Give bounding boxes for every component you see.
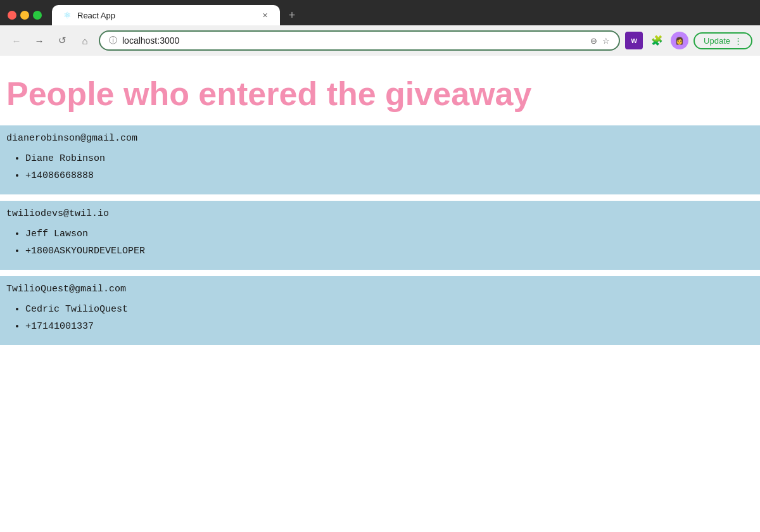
entry-details: Cedric TwilioQuest +17141001337: [6, 301, 754, 335]
entry-name: Jeff Lawson: [25, 225, 754, 243]
address-bar[interactable]: ⓘ localhost:3000 ⊖ ☆: [99, 30, 620, 51]
title-bar: ⚛ React App ✕ +: [0, 0, 760, 25]
reload-button[interactable]: ↺: [53, 32, 71, 49]
tab-bar: ⚛ React App ✕ +: [52, 5, 752, 25]
entry-block: twiliodevs@twil.io Jeff Lawson +1800ASKY…: [0, 201, 760, 270]
entry-block: dianerobinson@gmail.com Diane Robinson +…: [0, 125, 760, 194]
entry-details: Jeff Lawson +1800ASKYOURDEVELOPER: [6, 225, 754, 260]
maximize-window-button[interactable]: [33, 11, 42, 20]
tab-favicon-icon: ⚛: [62, 10, 72, 20]
page-heading: People who entered the giveaway: [0, 68, 760, 125]
extensions-button[interactable]: 🧩: [648, 32, 666, 49]
entry-name: Cedric TwilioQuest: [25, 301, 754, 318]
entry-block: TwilioQuest@gmail.com Cedric TwilioQuest…: [0, 276, 760, 345]
home-button[interactable]: ⌂: [76, 32, 94, 49]
tab-close-button[interactable]: ✕: [260, 10, 270, 20]
toolbar: ← → ↺ ⌂ ⓘ localhost:3000 ⊖ ☆ w 🧩 👩 Updat…: [0, 25, 760, 56]
entry-phone: +1800ASKYOURDEVELOPER: [25, 243, 754, 260]
entry-email: dianerobinson@gmail.com: [6, 133, 754, 144]
address-text: localhost:3000: [122, 35, 585, 46]
profile-avatar[interactable]: 👩: [671, 32, 688, 49]
update-label: Update: [704, 36, 730, 46]
traffic-lights: [8, 11, 42, 20]
entry-phone: +14086668888: [25, 167, 754, 184]
more-icon: ⋮: [734, 36, 742, 46]
entry-email: twiliodevs@twil.io: [6, 208, 754, 219]
tab-title: React App: [77, 11, 255, 20]
zoom-icon: ⊖: [590, 36, 597, 46]
bookmark-icon[interactable]: ☆: [602, 36, 610, 46]
page-content: People who entered the giveaway dianerob…: [0, 56, 760, 532]
back-button[interactable]: ←: [8, 32, 25, 49]
info-icon: ⓘ: [109, 35, 117, 46]
new-tab-button[interactable]: +: [282, 6, 301, 25]
update-button[interactable]: Update ⋮: [694, 32, 752, 49]
close-window-button[interactable]: [8, 11, 16, 20]
entry-name: Diane Robinson: [25, 150, 754, 167]
forward-button[interactable]: →: [30, 32, 48, 49]
active-tab[interactable]: ⚛ React App ✕: [52, 5, 280, 25]
toolbar-right: w 🧩 👩 Update ⋮: [625, 32, 752, 49]
entry-email: TwilioQuest@gmail.com: [6, 284, 754, 294]
minimize-window-button[interactable]: [20, 11, 29, 20]
entry-details: Diane Robinson +14086668888: [6, 150, 754, 184]
entries-list: dianerobinson@gmail.com Diane Robinson +…: [0, 125, 760, 345]
webflow-extension-icon[interactable]: w: [625, 32, 643, 49]
browser-chrome: ⚛ React App ✕ + ← → ↺ ⌂ ⓘ localhost:3000…: [0, 0, 760, 56]
entry-phone: +17141001337: [25, 318, 754, 335]
